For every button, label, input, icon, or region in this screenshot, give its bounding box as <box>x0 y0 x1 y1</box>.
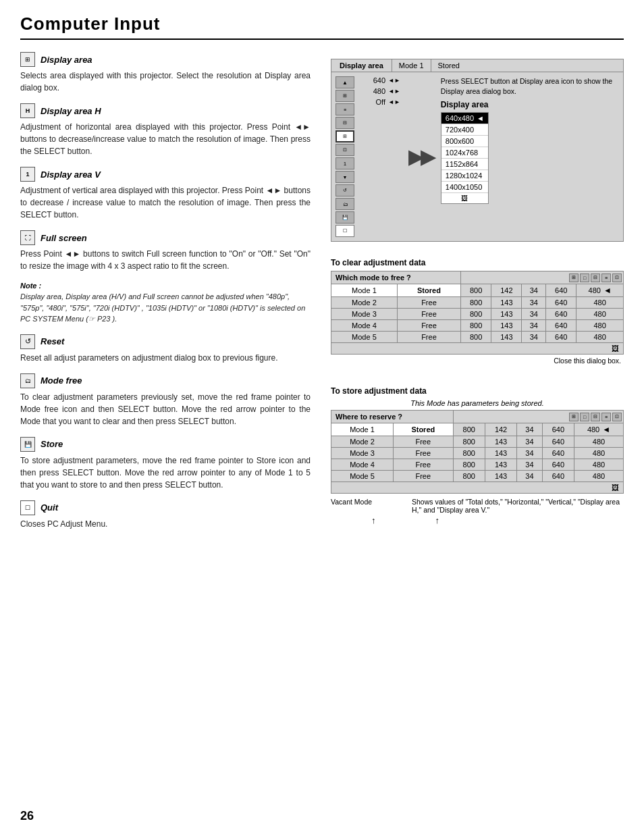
mode-free-title: Mode free <box>41 375 82 386</box>
store-v4: 640 <box>542 436 574 448</box>
reset-icon: ↺ <box>20 334 35 349</box>
section-header-display-area: ⊞ Display area <box>20 52 311 67</box>
clear-h-icon-3[interactable]: ⊟ <box>591 273 600 282</box>
store-v2: 142 <box>485 423 516 436</box>
store-mode-status: Stored <box>394 423 454 436</box>
panel-icon-6[interactable]: ⊡ <box>336 144 354 156</box>
panel-icon-11[interactable]: 💾 <box>336 211 354 224</box>
clear-v3: 34 <box>522 309 546 320</box>
row-off: Off ◄► <box>360 98 400 106</box>
store-title: Store <box>41 439 63 449</box>
panel-icon-3[interactable]: ≡ <box>336 103 354 115</box>
panel-icon-8[interactable]: ▼ <box>336 171 354 183</box>
arrow-right-640[interactable]: ◄► <box>388 77 400 84</box>
res-item-1[interactable]: 720x400 <box>441 124 488 135</box>
res-arrow-0: ◄ <box>477 114 484 122</box>
panel-header-stored: Stored <box>431 59 466 72</box>
section-header-v: 1 Display area V <box>20 167 311 182</box>
val-off: Off <box>360 98 385 106</box>
store-table-row: Mode 2 Free 800 143 34 640 480 <box>331 436 624 448</box>
store-h-icon-1[interactable]: ⊞ <box>569 413 579 421</box>
res-item-5[interactable]: 1280x1024 <box>441 170 488 181</box>
res-scroll[interactable]: 🖼 <box>441 192 488 203</box>
clear-h-icon-4[interactable]: ≡ <box>601 273 611 282</box>
panel-icon-9[interactable]: ↺ <box>336 184 354 197</box>
panel-icon-12[interactable]: ☐ <box>336 225 354 237</box>
bottom-arrows: ↑ ↑ <box>371 515 624 525</box>
store-table-row: Mode 5 Free 800 143 34 640 480 <box>331 471 624 482</box>
clear-v4: 640 <box>546 332 576 343</box>
store-v3: 34 <box>517 471 542 482</box>
clear-mode-label: Mode 4 <box>331 320 398 332</box>
store-h-icon-5[interactable]: ⊡ <box>612 413 622 421</box>
store-v5: 480 <box>574 471 624 482</box>
store-h-icon-4[interactable]: ≡ <box>601 413 611 421</box>
clear-v1: 800 <box>461 332 491 343</box>
clear-scroll-icon[interactable]: 🖼 <box>331 343 624 355</box>
clear-h-icon-1[interactable]: ⊞ <box>569 273 579 282</box>
section-header-reset: ↺ Reset <box>20 334 311 349</box>
display-area-title: Display area <box>41 55 92 65</box>
display-area-icon: ⊞ <box>20 52 35 67</box>
panel-icon-5-active[interactable]: ⊞ <box>336 130 354 142</box>
res-item-6[interactable]: 1400x1050 <box>441 181 488 192</box>
spacer-2 <box>331 377 624 386</box>
display-area-body: Selects area displayed with this project… <box>20 70 311 94</box>
store-h-icon-2[interactable]: □ <box>580 413 589 421</box>
quit-title: Quit <box>41 502 58 513</box>
store-icon-symbol: 💾 <box>24 441 32 448</box>
store-table-row: Mode 3 Free 800 143 34 640 480 <box>331 448 624 459</box>
store-scroll-icon[interactable]: 🖼 <box>331 482 624 494</box>
store-v4: 640 <box>542 423 574 436</box>
store-table-title-row: Where to reserve ? ⊞ □ ⊟ ≡ ⊡ <box>331 411 624 423</box>
clear-v4: 640 <box>546 297 576 309</box>
clear-h-icon-5[interactable]: ⊡ <box>612 273 622 282</box>
double-arrow-icon: ▶▶ <box>408 146 433 168</box>
res-text-0: 640x480 <box>446 114 474 122</box>
panel-icon-2[interactable]: ⊞ <box>336 90 354 102</box>
clear-mode-status: Stored <box>397 284 460 297</box>
clear-mode-label: Mode 1 <box>331 284 398 297</box>
arrow-right-off[interactable]: ◄► <box>388 99 400 105</box>
res-text-6: 1400x1050 <box>446 183 482 191</box>
panel-icon-4[interactable]: ⊟ <box>336 117 354 129</box>
bottom-labels: Vacant Mode Shows values of "Total dots,… <box>331 498 624 514</box>
display-area-icon-symbol: ⊞ <box>25 56 30 63</box>
arrow-right-480[interactable]: ◄► <box>388 88 400 95</box>
store-mode-label: Mode 4 <box>331 459 394 471</box>
clear-table-body: Mode 1 Stored 800 142 34 640 480◄ Mode 2… <box>331 284 624 355</box>
clear-v4: 640 <box>546 284 576 297</box>
store-mode-label: Mode 2 <box>331 436 394 448</box>
val-480: 480 <box>360 87 385 95</box>
clear-v2: 143 <box>491 332 522 343</box>
display-area-res-label: Display area <box>441 100 619 109</box>
clear-v2: 143 <box>491 320 522 332</box>
right-column: Display area Mode 1 Stored ▲ ⊞ ≡ ⊟ ⊞ ⊡ 1 <box>324 52 624 540</box>
panel-icon-1[interactable]: ▲ <box>336 76 354 88</box>
clear-v5: 480 <box>576 297 624 309</box>
section-quit: ☐ Quit Closes PC Adjust Menu. <box>20 500 311 530</box>
display-area-v-title: Display area V <box>41 170 101 180</box>
store-v1: 800 <box>453 459 485 471</box>
clear-table-title-row: Which mode to free ? ⊞ □ ⊟ ≡ ⊡ <box>331 271 624 284</box>
res-item-4[interactable]: 1152x864 <box>441 158 488 170</box>
store-h-icon-3[interactable]: ⊟ <box>591 413 600 421</box>
display-area-h-title: Display area H <box>41 106 101 116</box>
clear-mode-status: Free <box>397 332 460 343</box>
store-v2: 143 <box>485 471 516 482</box>
clear-table-row: Mode 2 Free 800 143 34 640 480 <box>331 297 624 309</box>
page-header: Computer Input <box>20 14 624 40</box>
store-v1: 800 <box>453 448 485 459</box>
clear-scroll-row: 🖼 <box>331 343 624 355</box>
store-scroll-row: 🖼 <box>331 482 624 494</box>
values-label: Shows values of "Total dots," "Horizonta… <box>412 498 624 514</box>
res-item-3[interactable]: 1024x768 <box>441 147 488 158</box>
panel-icon-7[interactable]: 1 <box>336 157 354 170</box>
res-item-2[interactable]: 800x600 <box>441 135 488 147</box>
note-label: Note : <box>20 282 311 290</box>
clear-h-icon-2[interactable]: □ <box>580 273 589 282</box>
clear-v5: 480◄ <box>576 284 624 297</box>
panel-icon-10[interactable]: 🗂 <box>336 198 354 210</box>
page-title: Computer Input <box>20 14 161 34</box>
res-item-0[interactable]: 640x480 ◄ <box>441 113 488 124</box>
